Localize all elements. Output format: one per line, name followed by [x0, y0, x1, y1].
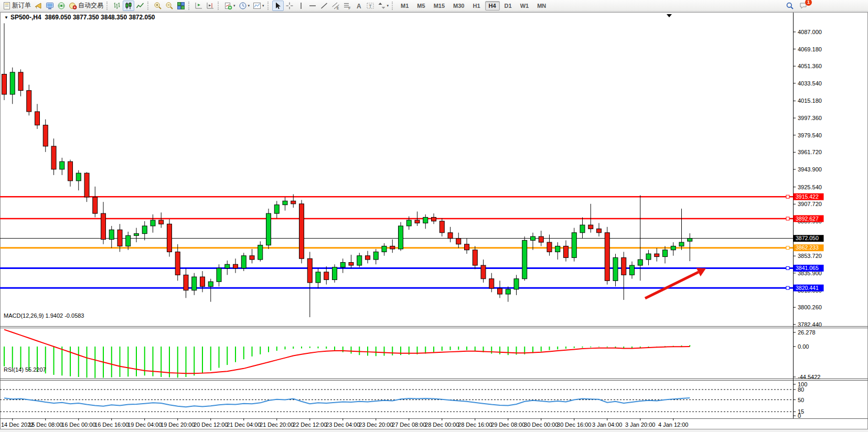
- autotrade-button-label: 自动交易: [78, 1, 103, 10]
- timeframe-h1[interactable]: H1: [469, 1, 484, 10]
- bar-chart-button[interactable]: [111, 1, 123, 11]
- level-line-anchor[interactable]: [786, 266, 789, 269]
- autotrade-button[interactable]: 自动交易: [67, 1, 105, 11]
- sound-alert-button[interactable]: [33, 1, 44, 11]
- candle-body-bull: [126, 235, 131, 246]
- candles-chart-icon: [124, 2, 133, 10]
- chart-title: ▼SP500-,H4 3869.050 3877.350 3848.350 38…: [4, 14, 155, 21]
- timeframe-m15[interactable]: M15: [430, 1, 448, 10]
- timeframe-h4[interactable]: H4: [485, 1, 500, 10]
- zoom-out-button[interactable]: [164, 1, 175, 11]
- search-button[interactable]: [784, 1, 796, 11]
- chart-shift-button[interactable]: [205, 1, 216, 11]
- timeframe-w1[interactable]: W1: [517, 1, 533, 10]
- candle-body-bull: [60, 161, 65, 169]
- main-toolbar: 新订单自动交易▾▾▾EFAT▾M1M5M15M30H1H4D1W1MN1: [0, 0, 868, 12]
- timeframe-d1[interactable]: D1: [501, 1, 516, 10]
- chart-shift-icon: [206, 2, 215, 10]
- price-tick-label: 3925.540: [798, 184, 822, 190]
- candle-body-bear: [621, 257, 626, 275]
- candle-body-bear: [299, 204, 304, 258]
- candle-body-bull: [646, 254, 651, 260]
- clock-icon: [239, 2, 247, 10]
- templates-button[interactable]: ▾: [251, 1, 266, 11]
- tile-windows-button[interactable]: [175, 1, 187, 11]
- chart-canvas: 4087.0004069.1804051.3604033.5404015.180…: [0, 0, 868, 432]
- notification-badge: 1: [805, 0, 812, 6]
- candle-body-bull: [671, 246, 676, 250]
- level-line-anchor[interactable]: [786, 217, 789, 220]
- level-line-anchor[interactable]: [786, 246, 789, 250]
- cursor-button[interactable]: [272, 1, 284, 11]
- dropdown-arrow-icon[interactable]: ▾: [262, 4, 264, 7]
- toolbar-separator: [392, 2, 395, 10]
- candle-body-bull: [274, 205, 279, 213]
- signals-button[interactable]: [56, 1, 67, 11]
- candle-body-bear: [597, 229, 602, 232]
- fibonacci-button[interactable]: F: [341, 1, 353, 11]
- candle-body-bull: [241, 256, 246, 268]
- timeframe-m5[interactable]: M5: [413, 1, 428, 10]
- level-line-anchor[interactable]: [786, 286, 789, 289]
- auto-scroll-button[interactable]: [193, 1, 205, 11]
- crosshair-icon: [285, 2, 294, 10]
- dropdown-arrow-icon[interactable]: ▾: [248, 4, 250, 7]
- indicators-button[interactable]: ▾: [222, 1, 237, 11]
- candle-body-bear: [233, 264, 238, 268]
- candle-chart-button[interactable]: [123, 1, 134, 11]
- trendline-button[interactable]: [318, 1, 330, 11]
- time-tick-label: 28 Dec 00:00: [425, 422, 459, 428]
- text-button[interactable]: A: [353, 1, 365, 11]
- timeframe-mn[interactable]: MN: [533, 1, 550, 10]
- hline-icon: [308, 2, 317, 10]
- dropdown-arrow-icon[interactable]: ▾: [387, 4, 389, 7]
- candle-body-bear: [51, 146, 56, 169]
- candle-body-bear: [432, 217, 436, 221]
- chart-collapse-icon[interactable]: ▼: [4, 15, 8, 20]
- equidistant-channel-button[interactable]: E: [330, 1, 341, 11]
- new-order-button[interactable]: 新订单: [1, 1, 33, 11]
- toolbar-separator: [188, 2, 191, 10]
- price-tick-label: 3907.720: [798, 201, 822, 207]
- level-line-anchor[interactable]: [786, 195, 789, 198]
- candle-body-bear: [307, 258, 312, 283]
- timeframe-m30[interactable]: M30: [449, 1, 468, 10]
- candle-body-bull: [357, 256, 362, 265]
- price-tick-label: 3997.360: [798, 115, 822, 121]
- vertical-line-button[interactable]: [295, 1, 307, 11]
- periods-button[interactable]: ▾: [237, 1, 252, 11]
- arrows-button[interactable]: ▾: [376, 1, 391, 11]
- candle-body-bear: [27, 91, 31, 112]
- candle-body-bear: [539, 236, 543, 242]
- crosshair-button[interactable]: [284, 1, 295, 11]
- time-tick-label: 23 Dec 20:00: [359, 422, 393, 428]
- horizontal-line-button[interactable]: [307, 1, 318, 11]
- auto-scroll-icon: [195, 2, 203, 10]
- candle-body-bull: [679, 242, 684, 246]
- price-tick-label: 3961.720: [798, 149, 822, 155]
- terminal-button[interactable]: [44, 1, 56, 11]
- notifications-button[interactable]: 1: [798, 1, 809, 11]
- candle-body-bear: [655, 254, 659, 256]
- zoom-in-button[interactable]: [152, 1, 164, 11]
- time-tick-label: 30 Dec 00:00: [524, 422, 558, 428]
- candle-body-bear: [117, 230, 122, 246]
- chart-template-icon: [253, 2, 261, 10]
- zoom-in-icon: [154, 2, 162, 10]
- candle-body-bull: [406, 220, 411, 226]
- dropdown-arrow-icon[interactable]: ▾: [233, 4, 235, 7]
- new-order-icon: [3, 2, 11, 10]
- line-chart-button[interactable]: [134, 1, 146, 11]
- rsi-tick-label: 80: [798, 386, 804, 393]
- svg-text:E: E: [337, 6, 339, 10]
- rsi-tick-label: 50: [798, 397, 804, 403]
- price-tick-label: 3979.540: [798, 132, 822, 138]
- time-tick-label: 4 Jan 12:00: [658, 422, 689, 428]
- price-tick-label: 4015.180: [798, 98, 822, 104]
- timeframe-m1[interactable]: M1: [397, 1, 412, 10]
- price-tag-label: 3872.050: [796, 235, 819, 241]
- text-label-button[interactable]: T: [365, 1, 376, 11]
- candle-body-bull: [208, 282, 213, 286]
- svg-text:A: A: [357, 2, 361, 9]
- candle-body-bull: [192, 277, 197, 290]
